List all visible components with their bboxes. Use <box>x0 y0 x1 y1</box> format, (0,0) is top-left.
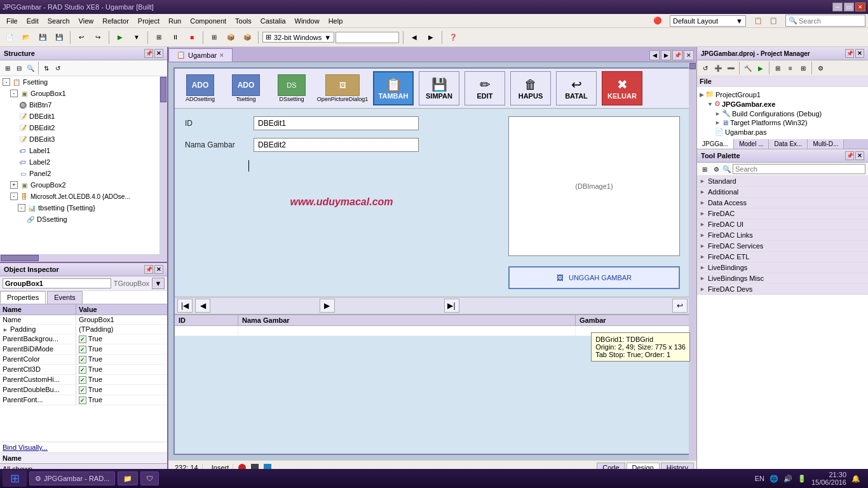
menu-component[interactable]: Component <box>186 16 230 26</box>
tool-cat-firedacui-header[interactable]: ► FireDAC UI <box>697 219 868 229</box>
check-parentcustom[interactable]: ✓ <box>79 376 86 384</box>
field-input-id[interactable]: DBEdit1 <box>254 116 419 130</box>
nav-prev[interactable]: ◀ <box>195 299 210 313</box>
expand-groupbox2[interactable]: + <box>10 181 18 189</box>
tree-item-bitbtn7[interactable]: 🔘 BitBtn7 <box>0 99 159 111</box>
proj-pin-btn[interactable]: 📌 <box>845 49 854 58</box>
config-input[interactable] <box>336 32 399 43</box>
check-parentdouble[interactable]: ✓ <box>79 386 86 394</box>
prop-row-parentcolor[interactable]: ParentColor ✓ True <box>0 355 167 365</box>
check-parentctl3d[interactable]: ✓ <box>79 366 86 374</box>
tool-cat-livebindingsmisc-header[interactable]: ► LiveBindings Misc <box>697 273 868 283</box>
component-adosetting[interactable]: ADO ADOsetting <box>180 74 220 102</box>
tool-cat-dataaccess-header[interactable]: ► Data Access <box>697 198 868 208</box>
taskbar-app-rad[interactable]: ⚙ JPGGambar - RAD... <box>29 471 115 485</box>
prop-row-parentfont[interactable]: ParentFont... ✓ True <box>0 395 167 405</box>
tb-run[interactable]: ▶ <box>113 30 127 44</box>
tree-item-dbedit3[interactable]: 📝 DBEdit3 <box>0 133 159 145</box>
tree-refresh[interactable]: ↺ <box>53 63 63 73</box>
tool-cat-firedacdevs-header[interactable]: ► FireDAC Devs <box>697 284 868 294</box>
proj-tab-jpgga[interactable]: JPGGa... <box>697 139 734 149</box>
proj-tb-remove[interactable]: ➖ <box>725 62 736 74</box>
tb-undo[interactable]: ↩ <box>74 30 88 44</box>
btn-simpan[interactable]: 💾 SIMPAN <box>419 71 459 105</box>
tb-stop[interactable]: ■ <box>185 30 199 44</box>
tree-item-label1[interactable]: 🏷 Label1 <box>0 145 159 156</box>
structure-close-btn[interactable]: ✕ <box>154 49 163 58</box>
prop-row-padding[interactable]: ► Padding (TPadding) <box>0 325 167 334</box>
obj-close-btn[interactable]: ✕ <box>154 265 163 274</box>
tool-pin-btn[interactable]: 📌 <box>845 151 854 160</box>
menu-castalia[interactable]: Castalia <box>257 16 290 26</box>
obj-pin-btn[interactable]: 📌 <box>144 265 153 274</box>
tab-scroll-right[interactable]: ▶ <box>661 50 671 60</box>
tb-toggle[interactable]: ⊞ <box>152 30 166 44</box>
layout-dropdown[interactable]: Default Layout ▼ <box>670 15 746 27</box>
btn-batal[interactable]: ↩ BATAL <box>556 71 597 105</box>
tb-new[interactable]: 📄 <box>3 30 17 44</box>
prop-row-parentcustom[interactable]: ParentCustomHi... ✓ True <box>0 375 167 385</box>
menu-view[interactable]: View <box>75 16 98 26</box>
tree-filter[interactable]: 🔍 <box>25 63 36 73</box>
tree-item-panel2[interactable]: ▭ Panel2 <box>0 168 159 179</box>
tree-item-dssetting[interactable]: 🔗 DSsetting <box>0 214 159 225</box>
proj-close-btn[interactable]: ✕ <box>855 49 864 58</box>
menu-run[interactable]: Run <box>165 16 185 26</box>
proj-item-target[interactable]: ► 🖥 Target Platforms (Win32) <box>700 118 865 127</box>
proj-tb-add[interactable]: ➕ <box>712 62 724 74</box>
taskbar-app-shield[interactable]: 🛡 <box>140 471 159 485</box>
nav-next[interactable]: ▶ <box>320 299 335 313</box>
tree-item-groupbox2[interactable]: + ▣ GroupBox2 <box>0 179 159 191</box>
prop-row-name[interactable]: Name GroupBox1 <box>0 315 167 325</box>
tree-container[interactable]: - 📋 Fsetting - ▣ GroupBox1 🔘 BitBtn7 <box>0 76 159 254</box>
menu-file[interactable]: File <box>3 16 22 26</box>
restore-button[interactable]: ▭ <box>844 3 854 11</box>
proj-tb-build[interactable]: 🔨 <box>742 62 754 74</box>
expand-groupbox1[interactable]: - <box>10 90 18 97</box>
tool-cat-firedaclinks-header[interactable]: ► FireDAC Links <box>697 230 868 240</box>
obj-tab-events[interactable]: Events <box>47 291 83 304</box>
start-button[interactable]: ⊞ <box>3 470 27 487</box>
proj-tb-refresh[interactable]: ↺ <box>700 62 711 74</box>
platform-selector[interactable]: ⊞ 32-bit Windows ▼ <box>262 32 334 43</box>
menu-project[interactable]: Project <box>134 16 163 26</box>
menu-refactor[interactable]: Refactor <box>98 16 133 26</box>
tree-item-fsetting[interactable]: - 📋 Fsetting <box>0 76 159 88</box>
bind-visually-link[interactable]: Bind Visually... <box>0 442 167 452</box>
top-search-input[interactable] <box>799 17 862 25</box>
close-button[interactable]: ✕ <box>855 3 865 11</box>
component-opendialog[interactable]: 🖼 OpenPictureDialog1 <box>317 74 368 102</box>
tb-run-arrow[interactable]: ▼ <box>130 30 144 44</box>
prop-row-parentdouble[interactable]: ParentDoubleBu... ✓ True <box>0 385 167 395</box>
prop-row-parentbidi[interactable]: ParentBiDiMode ✓ True <box>0 344 167 355</box>
expand-fsetting[interactable]: - <box>3 78 10 86</box>
tool-cat-firedac-header[interactable]: ► FireDAC <box>697 208 868 219</box>
tb-forward[interactable]: ▶ <box>424 30 438 44</box>
menu-tools[interactable]: Tools <box>231 16 255 26</box>
proj-item-ugambarpas[interactable]: 📄 Ugambar.pas <box>700 127 865 137</box>
menu-edit[interactable]: Edit <box>23 16 43 26</box>
toolbar-icon-btn2[interactable]: 📋 <box>766 14 780 28</box>
tb-pause[interactable]: ⏸ <box>168 30 182 44</box>
btn-tambah[interactable]: 📋 TAMBAH <box>373 71 414 105</box>
tb-proj[interactable]: ⊞ <box>207 30 221 44</box>
tab-pin-btn[interactable]: 📌 <box>672 50 682 60</box>
proj-tab-model[interactable]: Model ... <box>734 139 769 149</box>
tb-save[interactable]: 💾 <box>36 30 50 44</box>
proj-item-group[interactable]: ▶ 📁 ProjectGroup1 <box>700 90 865 99</box>
tb-open[interactable]: 📂 <box>19 30 33 44</box>
check-parentbg[interactable]: ✓ <box>79 336 86 343</box>
nav-last[interactable]: ▶| <box>444 299 459 313</box>
expand-tbsetting[interactable]: - <box>18 204 25 212</box>
tool-close-btn[interactable]: ✕ <box>855 151 864 160</box>
proj-tb-list[interactable]: ≡ <box>785 62 796 74</box>
proj-item-buildconf[interactable]: ► 🔧 Build Configurations (Debug) <box>700 109 865 118</box>
toolbar-icon-btn1[interactable]: 📋 <box>751 14 765 28</box>
tree-sort[interactable]: ⇅ <box>41 63 51 73</box>
nav-first[interactable]: |◀ <box>177 299 193 313</box>
proj-tb-grid[interactable]: ⊞ <box>772 62 783 74</box>
tb-back[interactable]: ◀ <box>407 30 421 44</box>
proj-tb-options[interactable]: ⚙ <box>815 62 826 74</box>
tree-item-tbsetting[interactable]: - 📊 tbsetting {Tsetting} <box>0 202 159 214</box>
tool-cat-additional-header[interactable]: ► Additional <box>697 187 868 197</box>
